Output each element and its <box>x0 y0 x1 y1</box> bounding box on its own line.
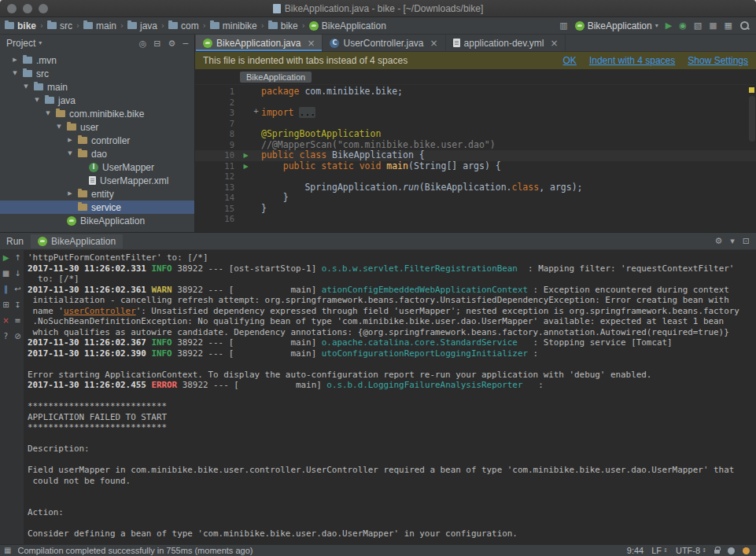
close-tab-icon[interactable]: × <box>430 39 438 48</box>
console-text: : <box>533 380 549 390</box>
breadcrumb-item-java[interactable]: java <box>127 20 157 31</box>
warning-stripe-mark[interactable] <box>749 87 754 93</box>
tree-item-service[interactable]: service <box>0 201 194 214</box>
soft-wrap-button[interactable]: ↩ <box>14 285 20 293</box>
breadcrumb-item-bike[interactable]: bike <box>5 20 36 31</box>
restore-layout-button[interactable]: ⊞ <box>2 301 9 309</box>
help-button[interactable]: ? <box>4 333 8 341</box>
breadcrumb-item-com[interactable]: com <box>168 20 199 31</box>
chevron-expanded-icon[interactable]: ▼ <box>22 84 30 90</box>
chevron-collapsed-icon[interactable]: ▶ <box>66 191 74 197</box>
close-button[interactable]: × <box>2 317 9 325</box>
run-gutter-icon[interactable]: ▶ <box>241 161 251 172</box>
scroll-to-end-button[interactable]: ↧ <box>14 301 20 309</box>
fold-icon[interactable]: + <box>251 108 261 119</box>
stop-button[interactable]: ■ <box>709 21 717 30</box>
tab-usercontroller-java[interactable]: UserController.java× <box>323 35 445 51</box>
zoom-window-button[interactable] <box>39 4 48 13</box>
settings-icon[interactable]: ⚙ <box>714 237 722 245</box>
breadcrumb-item-bike[interactable]: bike <box>268 20 298 31</box>
settings-icon[interactable]: ⚙ <box>168 39 176 48</box>
code-segment: (BikeApplication. <box>419 182 512 193</box>
tree-item-java[interactable]: ▼java <box>0 94 194 107</box>
banner-ok-link[interactable]: OK <box>563 55 577 66</box>
code-editor[interactable]: 1package com.minibike.bike;23+import ...… <box>195 85 756 232</box>
breadcrumb-item-minibike[interactable]: minibike <box>210 20 257 31</box>
tree-item-usermapper[interactable]: UserMapper <box>0 160 194 174</box>
breadcrumb-class-chip[interactable]: BikeApplication <box>240 72 312 83</box>
breadcrumb-separator-icon: › <box>120 22 124 30</box>
tree-item-main[interactable]: ▼main <box>0 80 194 94</box>
window-layout-icon[interactable]: ▥ <box>559 21 567 30</box>
chevron-expanded-icon[interactable]: ▼ <box>11 71 19 76</box>
tree-item-entity[interactable]: ▶entity <box>0 187 194 201</box>
lock-icon[interactable] <box>714 550 720 554</box>
stop-button[interactable]: ■ <box>2 270 9 278</box>
coverage-button[interactable]: ▧ <box>694 21 702 30</box>
banner-indent-link[interactable]: Indent with 4 spaces <box>589 55 675 66</box>
run-button[interactable]: ▶ <box>666 21 672 30</box>
tool-windows-icon[interactable]: ▦ <box>725 21 732 30</box>
debug-bug-icon[interactable]: ◉ <box>679 21 687 30</box>
close-tab-icon[interactable]: × <box>550 39 558 48</box>
up-stack-trace-button[interactable]: ↑ <box>14 254 20 262</box>
breadcrumb-item-main[interactable]: main <box>83 20 116 31</box>
breadcrumb-label: bike <box>17 20 36 31</box>
chevron-collapsed-icon[interactable]: ▶ <box>66 138 74 143</box>
status-bar-left: ▦ Compilation completed successfully in … <box>4 546 621 555</box>
float-window-icon[interactable]: ⊡ <box>743 237 750 245</box>
locate-file-icon[interactable]: ◎ <box>139 39 147 48</box>
breadcrumb-item-src[interactable]: src <box>47 20 72 31</box>
breadcrumb-item-bikeapplication[interactable]: BikeApplication <box>309 20 386 31</box>
chevron-expanded-icon[interactable]: ▼ <box>44 111 52 116</box>
line-separator-widget[interactable]: LF ↕ <box>651 546 668 555</box>
down-stack-trace-button[interactable]: ↓ <box>14 270 20 278</box>
print-button[interactable]: ≡ <box>14 317 20 325</box>
rerun-button[interactable]: ▶ <box>3 254 9 262</box>
tree-item-mvn[interactable]: ▶.mvn <box>0 53 194 67</box>
hide-panel-icon[interactable]: ─ <box>183 39 188 48</box>
tree-item-bikeapplication[interactable]: BikeApplication <box>0 214 194 227</box>
console-text: 2017-11-30 11:26:02.367 <box>28 337 151 348</box>
clear-all-button[interactable]: ⊘ <box>14 333 20 341</box>
console-line: 'httpPutFormContentFilter' to: [/*] <box>28 252 756 263</box>
pause-output-button[interactable]: ‖ <box>4 285 8 293</box>
collapse-all-icon[interactable]: ⊟ <box>153 39 160 48</box>
run-configuration-selector[interactable]: BikeApplication▾ <box>575 20 658 31</box>
chevron-down-icon[interactable]: ▾ <box>39 40 42 46</box>
gutter-slot <box>241 87 251 98</box>
tree-item-src[interactable]: ▼src <box>0 67 194 80</box>
chevron-collapsed-icon[interactable]: ▶ <box>11 57 19 63</box>
project-panel-title[interactable]: Project <box>6 38 35 49</box>
hector-inspections-icon[interactable] <box>728 547 735 554</box>
minimize-window-button[interactable] <box>23 4 32 13</box>
event-notification-dot[interactable] <box>743 547 750 554</box>
code-line: 1package com.minibike.bike; <box>195 87 756 98</box>
tool-window-switcher-icon[interactable]: ▦ <box>4 547 11 554</box>
tree-item-usermapper-xml[interactable]: UserMapper.xml <box>0 174 194 187</box>
tree-item-controller[interactable]: ▶controller <box>0 134 194 147</box>
run-tab-bikeapplication[interactable]: BikeApplication <box>31 234 123 249</box>
console-link[interactable]: userController <box>64 306 136 316</box>
folder-icon <box>127 22 137 29</box>
editor-scrollbar[interactable] <box>749 96 755 142</box>
tree-item-user[interactable]: ▼user <box>0 120 194 134</box>
banner-show-settings-link[interactable]: Show Settings <box>688 55 748 66</box>
tab-bikeapplication-java[interactable]: BikeApplication.java× <box>196 35 323 51</box>
search-icon[interactable] <box>739 20 750 31</box>
interface-icon <box>89 163 98 172</box>
encoding-widget[interactable]: UTF-8 ↕ <box>676 546 706 555</box>
console-text: o.apache.catalina.core.StandardService <box>322 337 528 348</box>
tree-item-com-minibike-bike[interactable]: ▼com.minibike.bike <box>0 107 194 120</box>
chevron-expanded-icon[interactable]: ▼ <box>66 151 74 156</box>
run-gutter-icon[interactable]: ▶ <box>241 150 251 161</box>
chevron-down-icon[interactable]: ▾ <box>730 237 735 245</box>
tab-application-dev-yml[interactable]: application-dev.yml× <box>446 35 566 51</box>
run-console[interactable]: 'httpPutFormContentFilter' to: [/*]2017-… <box>24 250 756 544</box>
chevron-expanded-icon[interactable]: ▼ <box>55 124 63 130</box>
tree-item-dao[interactable]: ▼dao <box>0 147 194 160</box>
close-tab-icon[interactable]: × <box>307 39 315 48</box>
chevron-expanded-icon[interactable]: ▼ <box>33 98 41 103</box>
close-window-button[interactable] <box>7 4 17 13</box>
package-icon <box>67 123 76 131</box>
